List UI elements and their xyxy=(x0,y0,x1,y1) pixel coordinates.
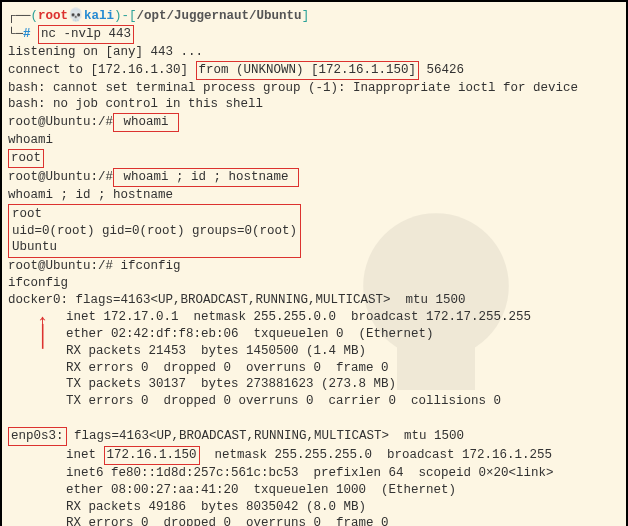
enp-inet-line: inet 172.16.1.150 netmask 255.255.255.0 … xyxy=(8,446,620,465)
highlight-whoami-cmd: whoami xyxy=(113,113,179,132)
blank-line xyxy=(8,410,620,427)
enp-inet-pre: inet xyxy=(66,448,104,462)
whoami-echo: whoami xyxy=(8,132,620,149)
docker-tx: TX packets 30137 bytes 273881623 (273.8 … xyxy=(8,376,620,393)
ifconfig-echo: ifconfig xyxy=(8,275,620,292)
docker-rxerr: RX errors 0 dropped 0 overruns 0 frame 0 xyxy=(8,360,620,377)
docker-rx: RX packets 21453 bytes 1450500 (1.4 MB) xyxy=(8,343,620,360)
enp-inet6: inet6 fe80::1d8d:257c:561c:bc53 prefixle… xyxy=(8,465,620,482)
ifconfig-cmd-line: root@Ubuntu:/# ifconfig xyxy=(8,258,620,275)
prompt-user: root xyxy=(38,9,68,23)
combo-output-block: rootuid=0(root) gid=0(root) groups=0(roo… xyxy=(8,204,620,259)
prompt-path: /opt/Juggernaut/Ubuntu xyxy=(137,9,302,23)
enp-interface-line: enp0s3: flags=4163<UP,BROADCAST,RUNNING,… xyxy=(8,427,620,446)
shell-prompt-2: root@Ubuntu:/# xyxy=(8,170,113,184)
combo-cmd-line: root@Ubuntu:/# whoami ; id ; hostname xyxy=(8,168,620,187)
root-result-line: root xyxy=(8,149,620,168)
connect-port: 56426 xyxy=(419,63,464,77)
highlight-enp-ip: 172.16.1.150 xyxy=(104,446,200,465)
enp-name: enp0s3: xyxy=(11,429,64,443)
enp-rxerr: RX errors 0 dropped 0 overruns 0 frame 0 xyxy=(8,515,620,526)
combo-out-id: uid=0(root) gid=0(root) groups=0(root) xyxy=(12,224,297,238)
prompt-host: kali xyxy=(84,9,114,23)
bash-error-1: bash: cannot set terminal process group … xyxy=(8,80,620,97)
shell-prompt-3: root@Ubuntu:/# xyxy=(8,259,113,273)
shell-prompt: root@Ubuntu:/# xyxy=(8,115,113,129)
docker-interface: docker0: flags=4163<UP,BROADCAST,RUNNING… xyxy=(8,292,620,309)
highlight-combo-cmd: whoami ; id ; hostname xyxy=(113,168,299,187)
skull-icon: 💀 xyxy=(68,9,84,23)
prompt-symbol: # xyxy=(23,27,31,41)
root-text: root xyxy=(11,151,41,165)
highlight-remote-ip: from (UNKNOWN) [172.16.1.150] xyxy=(196,61,420,80)
combo-cmd: whoami ; id ; hostname xyxy=(116,170,296,184)
whoami-cmd: whoami xyxy=(116,115,176,129)
ifconfig-cmd: ifconfig xyxy=(113,259,181,273)
combo-out-root: root xyxy=(12,207,42,221)
enp-rx: RX packets 49186 bytes 8035042 (8.0 MB) xyxy=(8,499,620,516)
docker-txerr: TX errors 0 dropped 0 overruns 0 carrier… xyxy=(8,393,620,410)
connect-from: from (UNKNOWN) [172.16.1.150] xyxy=(199,63,417,77)
combo-echo: whoami ; id ; hostname xyxy=(8,187,620,204)
docker-ether: ether 02:42:df:f8:eb:06 txqueuelen 0 (Et… xyxy=(8,326,620,343)
highlight-combo-output: rootuid=0(root) gid=0(root) groups=0(roo… xyxy=(8,204,301,259)
connect-prefix: connect to [172.16.1.30] xyxy=(8,63,196,77)
docker-name: docker0: xyxy=(8,293,68,307)
highlight-enp-name: enp0s3: xyxy=(8,427,67,446)
enp-ip: 172.16.1.150 xyxy=(107,448,197,462)
terminal-output: ┌──(root💀kali)-[/opt/Juggernaut/Ubuntu] … xyxy=(8,8,620,526)
enp-inet-post: netmask 255.255.255.0 broadcast 172.16.1… xyxy=(200,448,553,462)
kali-prompt-line: ┌──(root💀kali)-[/opt/Juggernaut/Ubuntu] xyxy=(8,8,620,25)
enp-ether: ether 08:00:27:aa:41:20 txqueuelen 1000 … xyxy=(8,482,620,499)
nc-command: nc -nvlp 443 xyxy=(41,27,131,41)
whoami-line: root@Ubuntu:/# whoami xyxy=(8,113,620,132)
listening-line: listening on [any] 443 ... xyxy=(8,44,620,61)
combo-out-hostname: Ubuntu xyxy=(12,240,57,254)
enp-flags: flags=4163<UP,BROADCAST,RUNNING,MULTICAS… xyxy=(67,429,465,443)
command-line-1: └─# nc -nvlp 443 xyxy=(8,25,620,44)
connect-line: connect to [172.16.1.30] from (UNKNOWN) … xyxy=(8,61,620,80)
highlight-root-result: root xyxy=(8,149,44,168)
highlight-nc-cmd: nc -nvlp 443 xyxy=(38,25,134,44)
bash-error-2: bash: no job control in this shell xyxy=(8,96,620,113)
docker-inet: inet 172.17.0.1 netmask 255.255.0.0 broa… xyxy=(8,309,620,326)
docker-flags: flags=4163<UP,BROADCAST,RUNNING,MULTICAS… xyxy=(68,293,466,307)
